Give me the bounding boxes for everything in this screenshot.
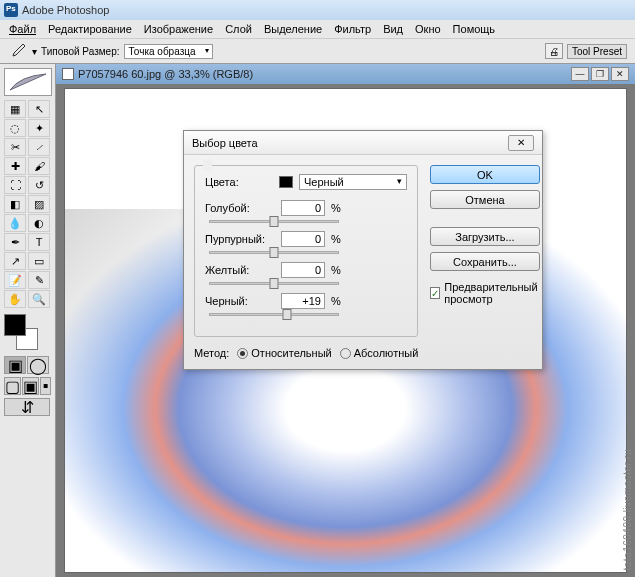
document-icon [62,68,74,80]
document-tab: P7057946 60.jpg @ 33,3% (RGB/8) — ❐ ✕ [56,64,635,84]
method-relative-radio[interactable]: Относительный [237,347,331,359]
gradient-tool[interactable]: ▨ [28,195,50,213]
healing-tool[interactable]: ✚ [4,157,26,175]
crop-tool[interactable]: ✂ [4,138,26,156]
current-tool-preview [4,68,52,96]
cancel-button[interactable]: Отмена [430,190,539,209]
cyan-label: Голубой: [205,202,275,214]
dialog-titlebar[interactable]: Выбор цвета ✕ [184,131,542,155]
menu-edit[interactable]: Редактирование [43,23,137,35]
slice-tool[interactable]: ⟋ [28,138,50,156]
menu-window[interactable]: Окно [410,23,446,35]
stamp-tool[interactable]: ⛶ [4,176,26,194]
yellow-label: Желтый: [205,264,275,276]
preview-checkbox[interactable]: ✓ [430,287,440,299]
menu-file[interactable]: Файл [4,23,41,35]
app-titlebar: Adobe Photoshop [0,0,635,20]
screen-mode-2[interactable]: ▣ [22,377,39,395]
marquee-tool[interactable]: ↖ [28,100,50,118]
jump-to-button[interactable]: ⇵ [4,398,50,416]
path-tool[interactable]: ↗ [4,252,26,270]
magenta-slider[interactable] [209,251,339,254]
history-brush-tool[interactable]: ↺ [28,176,50,194]
black-input[interactable] [281,293,325,309]
colors-fieldset: Цвета: Черный Голубой: % Пурпурный: [194,165,418,337]
cyan-slider[interactable] [209,220,339,223]
menu-view[interactable]: Вид [378,23,408,35]
eyedropper-tool[interactable]: ✎ [28,271,50,289]
menu-bar: Файл Редактирование Изображение Слой Выд… [0,20,635,38]
save-button[interactable]: Сохранить... [430,252,539,271]
ok-button[interactable]: OK [430,165,539,184]
options-size-label: Типовой Размер: [41,46,120,57]
menu-layer[interactable]: Слой [220,23,257,35]
dialog-close-button[interactable]: ✕ [508,135,534,151]
menu-image[interactable]: Изображение [139,23,218,35]
shape-tool[interactable]: ▭ [28,252,50,270]
menu-help[interactable]: Помощь [448,23,501,35]
eraser-tool[interactable]: ◧ [4,195,26,213]
cyan-input[interactable] [281,200,325,216]
yellow-input[interactable] [281,262,325,278]
foreground-color[interactable] [4,314,26,336]
tool-preset-button[interactable]: Tool Preset [567,44,627,59]
color-swatch-icon [279,176,293,188]
dialog-title-text: Выбор цвета [192,137,258,149]
move-tool[interactable]: ▦ [4,100,26,118]
standard-mode-button[interactable]: ▣ [4,356,26,374]
screen-mode-3[interactable]: ▪ [40,377,51,395]
colors-dropdown[interactable]: Черный [299,174,407,190]
maximize-button[interactable]: ❐ [591,67,609,81]
watermark: tata160400.livemaster.ru [622,449,633,571]
dodge-tool[interactable]: ◐ [28,214,50,232]
hand-tool[interactable]: ✋ [4,290,26,308]
close-button[interactable]: ✕ [611,67,629,81]
brush-tool[interactable]: 🖌 [28,157,50,175]
menu-filter[interactable]: Фильтр [329,23,376,35]
colors-label: Цвета: [205,176,275,188]
toolbox: ▦ ↖ ◌ ✦ ✂ ⟋ ✚ 🖌 ⛶ ↺ ◧ ▨ 💧 ◐ ✒ T ↗ ▭ 📝 ✎ … [0,64,56,577]
eyedropper-tool-icon[interactable] [8,42,28,60]
notes-tool[interactable]: 📝 [4,271,26,289]
sample-mode-dropdown[interactable]: Точка образца▾ [124,44,213,59]
print-icon[interactable]: 🖨 [545,43,563,59]
yellow-slider[interactable] [209,282,339,285]
pen-tool[interactable]: ✒ [4,233,26,251]
photoshop-icon [4,3,18,17]
method-absolute-radio[interactable]: Абсолютный [340,347,419,359]
screen-mode-1[interactable]: ▢ [4,377,21,395]
blur-tool[interactable]: 💧 [4,214,26,232]
black-label: Черный: [205,295,275,307]
app-title: Adobe Photoshop [22,4,109,16]
black-slider[interactable] [209,313,339,316]
load-button[interactable]: Загрузить... [430,227,539,246]
preview-label: Предварительный просмотр [444,281,539,305]
quickmask-mode-button[interactable]: ◯ [27,356,49,374]
selective-color-dialog: Выбор цвета ✕ Цвета: Черный Голубой: % [183,130,543,370]
zoom-tool[interactable]: 🔍 [28,290,50,308]
magenta-label: Пурпурный: [205,233,275,245]
color-swatches[interactable] [4,314,44,350]
lasso-tool[interactable]: ◌ [4,119,26,137]
menu-select[interactable]: Выделение [259,23,327,35]
wand-tool[interactable]: ✦ [28,119,50,137]
document-title: P7057946 60.jpg @ 33,3% (RGB/8) [78,68,253,80]
minimize-button[interactable]: — [571,67,589,81]
magenta-input[interactable] [281,231,325,247]
type-tool[interactable]: T [28,233,50,251]
method-label: Метод: [194,347,229,359]
options-bar: ▾ Типовой Размер: Точка образца▾ 🖨 Tool … [0,38,635,64]
